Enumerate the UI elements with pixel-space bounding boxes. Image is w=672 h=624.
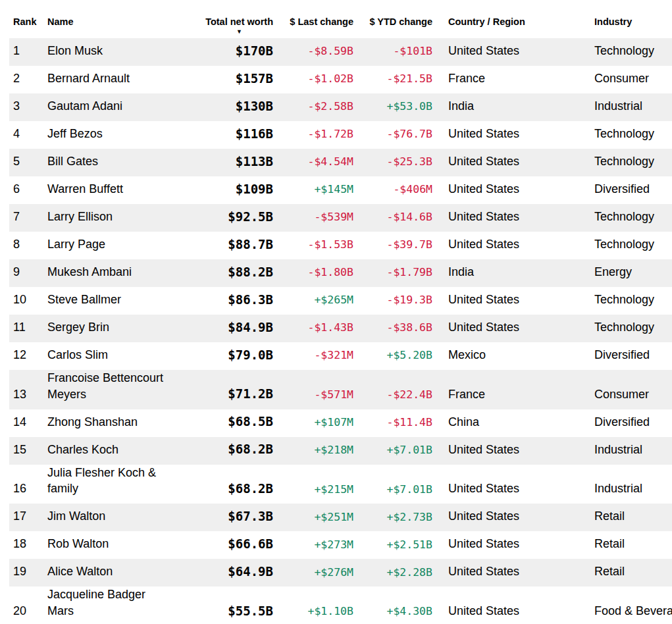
cell-rank: 9 [9,259,47,287]
cell-rank: 12 [9,342,47,370]
cell-ytd-change: -$406M [353,176,432,204]
cell-name: Gautam Adani [47,93,197,121]
column-header-last-change[interactable]: $ Last change [273,0,353,38]
column-header-country[interactable]: Country / Region [432,0,593,38]
cell-name: Mukesh Ambani [47,259,197,287]
cell-rank: 10 [9,287,47,315]
column-header-content: $ Last change [290,16,353,27]
cell-country: India [432,259,593,287]
cell-net-worth: $113B [197,149,273,176]
cell-name: Charles Koch [47,437,197,465]
cell-industry: Retail [593,504,672,531]
cell-country: United States [432,204,593,232]
table-row[interactable]: 17Jim Walton$67.3B+$251M+$2.73BUnited St… [9,504,672,531]
cell-country: Mexico [432,342,593,370]
table-row[interactable]: 18Rob Walton$66.6B+$273M+$2.51BUnited St… [9,531,672,559]
table-row[interactable]: 12Carlos Slim$79.0B-$321M+$5.20BMexicoDi… [9,342,672,370]
column-header-label: Industry [594,16,632,27]
column-header-label: Total net worth [205,16,273,27]
cell-industry: Food & Beverage [593,586,672,624]
cell-industry: Industrial [593,465,672,504]
cell-last-change: +$276M [273,559,353,586]
cell-ytd-change: +$53.0B [353,93,432,121]
cell-net-worth: $170B [197,38,273,66]
cell-net-worth: $66.6B [197,531,273,559]
table-row[interactable]: 14Zhong Shanshan$68.5B+$107M-$11.4BChina… [9,409,672,437]
cell-rank: 14 [9,409,47,437]
cell-ytd-change: -$22.4B [353,370,432,409]
cell-net-worth: $116B [197,121,273,149]
column-header-label: $ Last change [290,16,353,27]
cell-country: India [432,93,593,121]
table-row[interactable]: 19Alice Walton$64.9B+$276M+$2.28BUnited … [9,559,672,586]
table-row[interactable]: 7Larry Ellison$92.5B-$539M-$14.6BUnited … [9,204,672,232]
cell-rank: 11 [9,315,47,342]
table-row[interactable]: 13Francoise Bettencourt Meyers$71.2B-$57… [9,370,672,409]
column-header-net-worth[interactable]: Total net worth▼ [197,0,273,38]
cell-country: China [432,409,593,437]
cell-name: Francoise Bettencourt Meyers [47,370,197,409]
cell-name: Elon Musk [47,38,197,66]
table-row[interactable]: 4Jeff Bezos$116B-$1.72B-$76.7BUnited Sta… [9,121,672,149]
cell-net-worth: $68.5B [197,409,273,437]
column-header-content: Country / Region [448,16,525,27]
cell-net-worth: $64.9B [197,559,273,586]
cell-name: Bill Gates [47,149,197,176]
cell-net-worth: $157B [197,66,273,93]
cell-country: United States [432,232,593,259]
cell-industry: Technology [593,315,672,342]
cell-net-worth: $55.5B [197,586,273,624]
cell-last-change: -$1.80B [273,259,353,287]
cell-rank: 3 [9,93,47,121]
table-row[interactable]: 6Warren Buffett$109B+$145M-$406MUnited S… [9,176,672,204]
table-row[interactable]: 5Bill Gates$113B-$4.54M-$25.3BUnited Sta… [9,149,672,176]
cell-country: United States [432,121,593,149]
cell-net-worth: $67.3B [197,504,273,531]
cell-country: United States [432,287,593,315]
cell-rank: 7 [9,204,47,232]
cell-industry: Diversified [593,176,672,204]
table-row[interactable]: 15Charles Koch$68.2B+$218M+$7.01BUnited … [9,437,672,465]
cell-last-change: -$8.59B [273,38,353,66]
cell-industry: Technology [593,121,672,149]
cell-country: United States [432,176,593,204]
table-row[interactable]: 2Bernard Arnault$157B-$1.02B-$21.5BFranc… [9,66,672,93]
table-row[interactable]: 9Mukesh Ambani$88.2B-$1.80B-$1.79BIndiaE… [9,259,672,287]
cell-name: Jacqueline Badger Mars [47,586,197,624]
cell-last-change: +$251M [273,504,353,531]
table-row[interactable]: 10Steve Ballmer$86.3B+$265M-$19.3BUnited… [9,287,672,315]
cell-last-change: -$4.54M [273,149,353,176]
cell-name: Larry Ellison [47,204,197,232]
cell-country: United States [432,504,593,531]
table-row[interactable]: 1Elon Musk$170B-$8.59B-$101BUnited State… [9,38,672,66]
column-header-label: Country / Region [448,16,525,27]
table-row[interactable]: 8Larry Page$88.7B-$1.53B-$39.7BUnited St… [9,232,672,259]
cell-name: Larry Page [47,232,197,259]
table-row[interactable]: 11Sergey Brin$84.9B-$1.43B-$38.6BUnited … [9,315,672,342]
table-row[interactable]: 20Jacqueline Badger Mars$55.5B+$1.10B+$4… [9,586,672,624]
cell-ytd-change: +$7.01B [353,437,432,465]
cell-name: Steve Ballmer [47,287,197,315]
cell-name: Bernard Arnault [47,66,197,93]
column-header-ytd-change[interactable]: $ YTD change [353,0,432,38]
table-row[interactable]: 16Julia Flesher Koch & family$68.2B+$215… [9,465,672,504]
cell-industry: Diversified [593,342,672,370]
cell-last-change: -$321M [273,342,353,370]
cell-ytd-change: -$76.7B [353,121,432,149]
cell-rank: 15 [9,437,47,465]
column-header-label: Name [47,16,74,27]
table-row[interactable]: 3Gautam Adani$130B-$2.58B+$53.0BIndiaInd… [9,93,672,121]
cell-ytd-change: -$11.4B [353,409,432,437]
cell-country: United States [432,149,593,176]
cell-last-change: -$2.58B [273,93,353,121]
sort-desc-icon: ▼ [205,29,273,35]
cell-ytd-change: -$21.5B [353,66,432,93]
column-header-industry[interactable]: Industry [593,0,672,38]
column-header-name[interactable]: Name [47,0,197,38]
header-row: RankNameTotal net worth▼$ Last change$ Y… [9,0,672,38]
cell-country: United States [432,586,593,624]
column-header-rank[interactable]: Rank [9,0,47,38]
cell-rank: 4 [9,121,47,149]
cell-last-change: +$215M [273,465,353,504]
cell-last-change: +$273M [273,531,353,559]
